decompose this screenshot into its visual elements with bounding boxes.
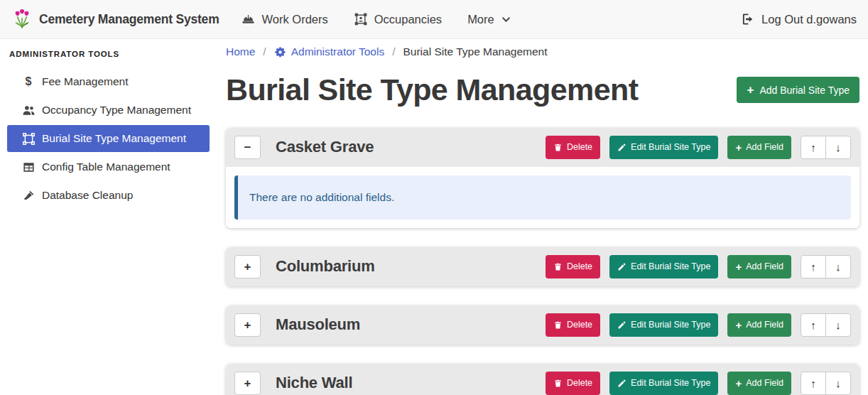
sidebar-item-occupancy-type-management[interactable]: Occupancy Type Management: [0, 96, 226, 124]
nav-occupancies[interactable]: Occupancies: [354, 12, 442, 26]
tulip-logo-icon: [11, 7, 33, 31]
sign-out-icon: [741, 12, 755, 26]
panel-title: Mausoleum: [276, 315, 360, 334]
navbar-links: Work Orders Occupancies More: [241, 12, 511, 27]
dollar-icon: $: [20, 75, 37, 88]
sidebar-item-config-table-management[interactable]: Config Table Management: [0, 153, 226, 181]
delete-button[interactable]: Delete: [546, 255, 600, 278]
gear-icon: [274, 46, 286, 58]
hard-hat-icon: [241, 12, 256, 27]
page-title: Burial Site Type Management: [226, 71, 638, 109]
reorder-button-group: ↑ ↓: [801, 372, 851, 395]
edit-burial-site-type-button[interactable]: Edit Burial Site Type: [609, 372, 718, 395]
panel-header: + Mausoleum Delete Edit Burial Site Type…: [226, 305, 859, 345]
reorder-button-group: ↑ ↓: [801, 136, 851, 159]
move-up-button[interactable]: ↑: [801, 255, 826, 278]
edit-burial-site-type-button[interactable]: Edit Burial Site Type: [609, 313, 718, 337]
app-brand[interactable]: Cemetery Management System: [11, 7, 219, 31]
plus-icon: +: [735, 261, 742, 272]
panel-header: − Casket Grave Delete Edit Burial Site T…: [226, 128, 859, 167]
panel-columbarium: + Columbarium Delete Edit Burial Site Ty…: [226, 247, 859, 286]
move-down-button[interactable]: ↓: [825, 255, 851, 278]
panel-mausoleum: + Mausoleum Delete Edit Burial Site Type…: [226, 305, 859, 345]
expand-toggle-button[interactable]: +: [234, 372, 261, 395]
occupancy-frame-icon: [354, 12, 368, 26]
trash-icon: [553, 143, 563, 152]
edit-burial-site-type-button[interactable]: Edit Burial Site Type: [609, 255, 718, 278]
chevron-down-icon: [501, 14, 511, 25]
collapse-toggle-button[interactable]: −: [234, 136, 261, 159]
move-down-button[interactable]: ↓: [825, 372, 851, 395]
expand-toggle-button[interactable]: +: [234, 313, 261, 337]
edit-burial-site-type-button[interactable]: Edit Burial Site Type: [609, 136, 718, 159]
trash-icon: [553, 379, 563, 388]
panel-title: Columbarium: [276, 257, 375, 276]
pencil-icon: [617, 143, 626, 152]
burial-type-panel-list: − Casket Grave Delete Edit Burial Site T…: [226, 128, 859, 395]
add-field-button[interactable]: + Add Field: [727, 372, 791, 395]
panel-actions: Delete Edit Burial Site Type + Add Field…: [546, 136, 851, 159]
panel-header: + Niche Wall Delete Edit Burial Site Typ…: [226, 364, 859, 395]
delete-button[interactable]: Delete: [546, 372, 600, 395]
pencil-icon: [617, 379, 626, 388]
add-burial-site-type-button[interactable]: + Add Burial Site Type: [737, 77, 859, 103]
breadcrumb-current: Burial Site Type Management: [403, 45, 548, 58]
add-field-button[interactable]: + Add Field: [727, 255, 791, 278]
delete-button[interactable]: Delete: [546, 136, 600, 159]
panel-header: + Columbarium Delete Edit Burial Site Ty…: [226, 247, 859, 286]
no-fields-alert: There are no additional fields.: [234, 175, 851, 220]
breadcrumb-admin-tools-link[interactable]: Administrator Tools: [274, 45, 385, 58]
add-field-button[interactable]: + Add Field: [727, 136, 791, 159]
reorder-button-group: ↑ ↓: [801, 255, 851, 278]
main-content: Home / Administrator Tools / Burial Site…: [226, 39, 868, 395]
trash-icon: [553, 262, 563, 271]
breadcrumb-separator: /: [392, 45, 395, 58]
plus-icon: +: [735, 320, 742, 330]
move-down-button[interactable]: ↓: [825, 136, 851, 159]
sidebar-item-database-cleanup[interactable]: Database Cleanup: [0, 181, 226, 210]
move-up-button[interactable]: ↑: [801, 313, 826, 337]
panel-actions: Delete Edit Burial Site Type + Add Field…: [546, 313, 851, 337]
panel-niche-wall: + Niche Wall Delete Edit Burial Site Typ…: [226, 364, 859, 395]
breadcrumb: Home / Administrator Tools / Burial Site…: [226, 45, 859, 58]
panel-casket-grave: − Casket Grave Delete Edit Burial Site T…: [226, 128, 859, 228]
move-up-button[interactable]: ↑: [801, 136, 826, 159]
vector-square-icon: [20, 132, 37, 146]
title-row: Burial Site Type Management + Add Burial…: [226, 71, 859, 109]
sidebar: Administrator Tools $ Fee Management Occ…: [0, 39, 226, 395]
table-icon: [20, 161, 37, 174]
broom-icon: [20, 189, 37, 202]
breadcrumb-home-link[interactable]: Home: [226, 45, 255, 58]
breadcrumb-separator: /: [263, 45, 266, 58]
panel-body: There are no additional fields.: [226, 167, 859, 228]
reorder-button-group: ↑ ↓: [801, 313, 851, 337]
delete-button[interactable]: Delete: [546, 313, 600, 337]
top-navbar: Cemetery Management System Work Orders O…: [0, 0, 868, 39]
logout-button[interactable]: Log Out d.gowans: [741, 12, 857, 26]
trash-icon: [553, 320, 563, 330]
pencil-icon: [617, 320, 626, 330]
nav-work-orders[interactable]: Work Orders: [241, 12, 328, 27]
plus-icon: +: [735, 142, 742, 153]
app-title: Cemetery Management System: [39, 12, 219, 27]
plus-icon: +: [747, 84, 754, 96]
plus-icon: +: [735, 378, 742, 389]
panel-actions: Delete Edit Burial Site Type + Add Field…: [546, 255, 851, 278]
nav-more[interactable]: More: [467, 13, 511, 26]
sidebar-nav: $ Fee Management Occupancy Type Manageme…: [0, 67, 226, 210]
panel-title: Casket Grave: [276, 138, 374, 156]
users-icon: [20, 103, 37, 118]
panel-actions: Delete Edit Burial Site Type + Add Field…: [546, 372, 851, 395]
move-up-button[interactable]: ↑: [801, 372, 826, 395]
pencil-icon: [617, 262, 626, 271]
add-field-button[interactable]: + Add Field: [727, 313, 791, 337]
panel-title: Niche Wall: [276, 374, 352, 392]
sidebar-item-burial-site-type-management[interactable]: Burial Site Type Management: [7, 125, 210, 152]
expand-toggle-button[interactable]: +: [234, 255, 261, 278]
sidebar-heading: Administrator Tools: [0, 45, 226, 58]
move-down-button[interactable]: ↓: [825, 313, 851, 337]
sidebar-item-fee-management[interactable]: $ Fee Management: [0, 67, 226, 96]
